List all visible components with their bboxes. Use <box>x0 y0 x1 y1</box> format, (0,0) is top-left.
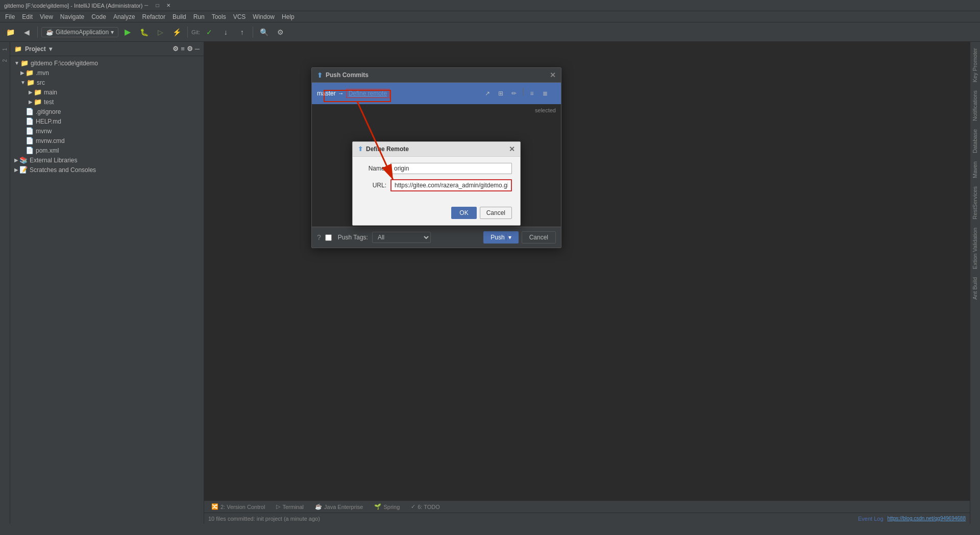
coverage-btn[interactable]: ▷ <box>153 25 167 39</box>
maximize-button[interactable]: □ <box>154 2 161 9</box>
project-dropdown-arrow[interactable]: ▾ <box>49 45 52 53</box>
tree-item-label-mvn: .mvn <box>36 69 49 77</box>
git-update-btn[interactable]: ↓ <box>218 25 233 39</box>
settings-btn[interactable]: ⚙ <box>273 25 287 39</box>
push-commits-help-btn[interactable]: ? <box>317 233 321 241</box>
run-btn[interactable]: ▶ <box>120 25 135 39</box>
tab-terminal[interactable]: ▷ Terminal <box>271 502 309 512</box>
left-tab-2[interactable]: 2 <box>1 57 9 64</box>
tab-java-enterprise[interactable]: ☕ Java Enterprise <box>310 502 368 512</box>
right-tab-database[interactable]: Database <box>971 125 980 157</box>
menu-tools[interactable]: Tools <box>209 12 229 21</box>
define-remote-ok-btn[interactable]: OK <box>451 207 476 219</box>
url-field-row: URL: <box>361 179 512 191</box>
expand-mvn: ▶ <box>20 70 24 76</box>
tree-item-label-help: HELP.md <box>36 118 61 125</box>
push-cancel-button[interactable]: Cancel <box>522 231 556 244</box>
tree-item-help[interactable]: ▶ 📄 HELP.md <box>10 116 204 126</box>
gear-btn[interactable]: ⚙ <box>187 45 193 53</box>
url-input[interactable] <box>390 179 512 191</box>
menu-window[interactable]: Window <box>250 12 278 21</box>
tree-item-mvnwcmd[interactable]: ▶ 📄 mvnw.cmd <box>10 136 204 145</box>
name-input[interactable] <box>390 163 512 174</box>
menu-view[interactable]: View <box>37 12 56 21</box>
file-tree: ▼ 📁 gitdemo F:\code\gitdemo ▶ 📁 .mvn ▼ 📁… <box>10 56 204 524</box>
tree-item-main[interactable]: ▶ 📁 main <box>10 87 204 97</box>
scratches-icon: 📝 <box>19 166 28 174</box>
pc-tool-collapse[interactable]: ≡ <box>526 88 537 99</box>
toolbar-back-btn[interactable]: ◀ <box>19 25 34 39</box>
debug-btn[interactable]: 🐛 <box>137 25 151 39</box>
menu-edit[interactable]: Edit <box>19 12 36 21</box>
menu-navigate[interactable]: Navigate <box>57 12 87 21</box>
push-button[interactable]: Push ▾ <box>483 231 518 244</box>
file-icon-gitignore: 📄 <box>26 108 34 115</box>
tree-item-label-mvnw: mvnw <box>36 128 52 135</box>
event-log-btn[interactable]: Event Log <box>858 516 884 522</box>
pc-tool-grid[interactable]: ⊞ <box>495 88 506 99</box>
left-tab-1[interactable]: 1 <box>1 46 9 53</box>
define-remote-link[interactable]: Define remote <box>346 89 389 98</box>
tree-item-mvn[interactable]: ▶ 📁 .mvn <box>10 68 204 78</box>
menu-code[interactable]: Code <box>88 12 109 21</box>
tree-item-scratches[interactable]: ▶ 📝 Scratches and Consoles <box>10 165 204 175</box>
push-tags-select[interactable]: All Annotated only None <box>372 232 431 243</box>
push-dropdown-arrow[interactable]: ▾ <box>506 234 511 241</box>
right-tab-rest[interactable]: RestServices <box>971 182 980 224</box>
push-commits-branch-row: master → Define remote ↗ ⊞ ✏ ≡ ≣ <box>312 83 561 104</box>
push-commits-close-btn[interactable]: ✕ <box>550 71 556 79</box>
tab-todo[interactable]: ✓ 6: TODO <box>406 502 445 512</box>
right-tab-notifications[interactable]: Notifications <box>971 86 980 125</box>
project-label: 📁 <box>14 45 22 53</box>
close-button[interactable]: ✕ <box>165 2 172 9</box>
tree-item-pom[interactable]: ▶ 📄 pom.xml <box>10 145 204 155</box>
toolbar-open-btn[interactable]: 📁 <box>3 25 17 39</box>
git-check-btn[interactable]: ✓ <box>202 25 216 39</box>
sync-btn[interactable]: ⚙ <box>173 45 179 53</box>
tree-item-mvnw[interactable]: ▶ 📄 mvnw <box>10 126 204 136</box>
app-name-label: GitdemoApplication <box>56 29 109 36</box>
java-icon: ☕ <box>315 503 322 510</box>
filter-btn[interactable]: ≡ <box>181 45 185 53</box>
menu-help[interactable]: Help <box>279 12 298 21</box>
menu-file[interactable]: File <box>2 12 18 21</box>
right-tab-validation[interactable]: Extion Validation <box>971 224 980 273</box>
tree-item-label-pom: pom.xml <box>36 147 59 154</box>
tree-item-src[interactable]: ▼ 📁 src <box>10 78 204 87</box>
status-url[interactable]: https://blog.csdn.net/qq949694688 <box>888 516 966 521</box>
arrow-label: → <box>338 90 344 97</box>
tree-item-gitignore[interactable]: ▶ 📄 .gitignore <box>10 107 204 116</box>
tree-item-test[interactable]: ▶ 📁 test <box>10 97 204 107</box>
menu-refactor[interactable]: Refactor <box>139 12 168 21</box>
hide-btn[interactable]: ─ <box>195 45 200 53</box>
push-tags-checkbox[interactable] <box>325 234 332 241</box>
right-tab-ant[interactable]: Ant Build <box>971 273 980 304</box>
app-name-dropdown[interactable]: ☕ GitdemoApplication ▾ <box>41 27 118 37</box>
search-everywhere-btn[interactable]: 🔍 <box>257 25 271 39</box>
menu-analyze[interactable]: Analyze <box>110 12 138 21</box>
define-remote-cancel-btn[interactable]: Cancel <box>480 207 512 219</box>
git-push-btn[interactable]: ↑ <box>235 25 249 39</box>
tree-item-root[interactable]: ▼ 📁 gitdemo F:\code\gitdemo <box>10 58 204 68</box>
define-remote-dialog: ⬆ Define Remote ✕ Name: URL: OK Cancel <box>352 141 521 226</box>
menu-vcs[interactable]: VCS <box>230 12 249 21</box>
define-remote-close-btn[interactable]: ✕ <box>509 145 515 153</box>
toolbar: 📁 ◀ ☕ GitdemoApplication ▾ ▶ 🐛 ▷ ⚡ Git: … <box>0 22 980 42</box>
expand-src: ▼ <box>20 80 26 85</box>
tab-version-control[interactable]: 🔀 2: Version Control <box>206 502 270 512</box>
pc-tool-external[interactable]: ↗ <box>482 88 493 99</box>
tree-item-external-libs[interactable]: ▶ 📚 External Libraries <box>10 155 204 165</box>
bottom-tabs: 🔀 2: Version Control ▷ Terminal ☕ Java E… <box>204 500 970 513</box>
pc-tool-edit[interactable]: ✏ <box>508 88 520 99</box>
pc-tool-expand[interactable]: ≣ <box>540 88 551 99</box>
profile-btn[interactable]: ⚡ <box>169 25 184 39</box>
project-folder-icon: 📁 <box>20 59 29 67</box>
push-commits-title-label: Push Commits <box>326 71 369 79</box>
center-content: ⬆ Push Commits ✕ master → Define remote … <box>204 42 970 524</box>
minimize-button[interactable]: ─ <box>142 2 150 9</box>
menu-run[interactable]: Run <box>190 12 208 21</box>
right-tab-key-promoter[interactable]: Key Promoter <box>971 44 980 86</box>
menu-build[interactable]: Build <box>169 12 189 21</box>
right-tab-maven[interactable]: Maven <box>971 157 980 182</box>
tab-spring[interactable]: 🌱 Spring <box>369 502 405 512</box>
